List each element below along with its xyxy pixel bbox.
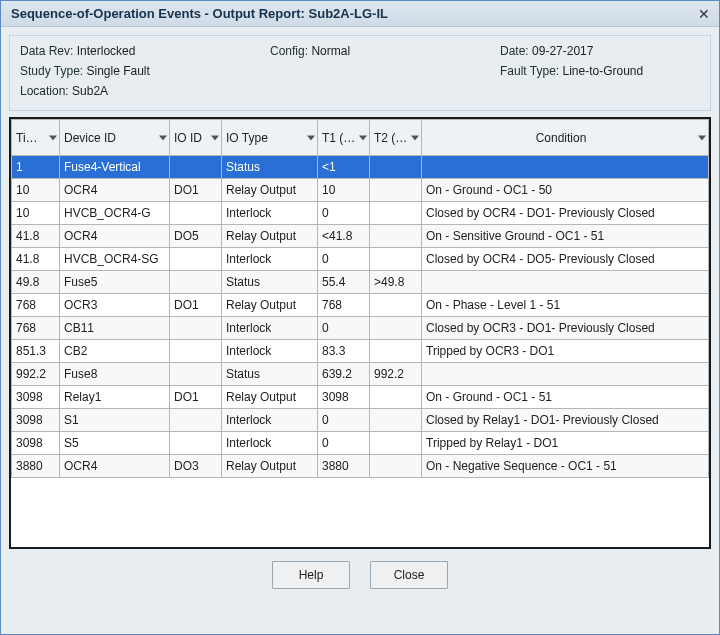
cell-io-id <box>170 340 222 363</box>
column-header-t1[interactable]: T1 (ms) <box>318 120 370 156</box>
cell-t1: <1 <box>318 156 370 179</box>
cell-t2 <box>370 248 422 271</box>
cell-t2: 992.2 <box>370 363 422 386</box>
table-row[interactable]: 10OCR4DO1Relay Output10On - Ground - OC1… <box>12 179 709 202</box>
table-row[interactable]: 851.3CB2Interlock83.3Tripped by OCR3 - D… <box>12 340 709 363</box>
data-rev-value: Interlocked <box>77 44 136 58</box>
table-row[interactable]: 3098S5Interlock0Tripped by Relay1 - DO1 <box>12 432 709 455</box>
cell-t1: 3098 <box>318 386 370 409</box>
table-row[interactable]: 10HVCB_OCR4-GInterlock0Closed by OCR4 - … <box>12 202 709 225</box>
info-row: Data Rev: Interlocked Config: Normal Dat… <box>20 44 700 58</box>
column-header-time[interactable]: Time (ms) <box>12 120 60 156</box>
cell-condition: Tripped by OCR3 - DO1 <box>422 340 709 363</box>
cell-t2 <box>370 225 422 248</box>
table-row[interactable]: 768CB11Interlock0Closed by OCR3 - DO1- P… <box>12 317 709 340</box>
table-row[interactable]: 41.8HVCB_OCR4-SGInterlock0Closed by OCR4… <box>12 248 709 271</box>
cell-condition: On - Sensitive Ground - OC1 - 51 <box>422 225 709 248</box>
cell-t1: 639.2 <box>318 363 370 386</box>
cell-condition <box>422 271 709 294</box>
table-row[interactable]: 49.8Fuse5Status55.4>49.8 <box>12 271 709 294</box>
cell-t2 <box>370 432 422 455</box>
cell-time: 992.2 <box>12 363 60 386</box>
cell-t2 <box>370 317 422 340</box>
table-row[interactable]: 3098S1Interlock0Closed by Relay1 - DO1- … <box>12 409 709 432</box>
help-button[interactable]: Help <box>272 561 350 589</box>
dialog-button-row: Help Close <box>1 549 719 589</box>
cell-t1: 83.3 <box>318 340 370 363</box>
cell-io-id <box>170 363 222 386</box>
config-value: Normal <box>311 44 350 58</box>
cell-t1: 3880 <box>318 455 370 478</box>
cell-time: 41.8 <box>12 225 60 248</box>
cell-t2 <box>370 340 422 363</box>
cell-time: 851.3 <box>12 340 60 363</box>
cell-io-id <box>170 432 222 455</box>
table-row[interactable]: 41.8OCR4DO5Relay Output<41.8On - Sensiti… <box>12 225 709 248</box>
column-header-io-type[interactable]: IO Type <box>222 120 318 156</box>
date-field: Date: 09-27-2017 <box>500 44 700 58</box>
cell-io-type: Interlock <box>222 409 318 432</box>
events-table: Time (ms) Device ID IO ID IO Type T1 (ms… <box>11 119 709 478</box>
sort-arrow-icon <box>307 135 315 140</box>
cell-time: 10 <box>12 202 60 225</box>
cell-io-id: DO1 <box>170 179 222 202</box>
cell-io-type: Relay Output <box>222 225 318 248</box>
cell-io-id: DO1 <box>170 386 222 409</box>
titlebar: Sequence-of-Operation Events - Output Re… <box>1 1 719 27</box>
table-row[interactable]: 3098Relay1DO1Relay Output3098On - Ground… <box>12 386 709 409</box>
cell-device: S5 <box>60 432 170 455</box>
sort-arrow-icon <box>411 135 419 140</box>
cell-condition: On - Phase - Level 1 - 51 <box>422 294 709 317</box>
data-rev-label: Data Rev: <box>20 44 73 58</box>
config-label: Config: <box>270 44 308 58</box>
cell-t1: 55.4 <box>318 271 370 294</box>
table-row[interactable]: 3880OCR4DO3Relay Output3880On - Negative… <box>12 455 709 478</box>
cell-time: 3098 <box>12 386 60 409</box>
table-row[interactable]: 1Fuse4-VerticalStatus<1 <box>12 156 709 179</box>
column-header-device[interactable]: Device ID <box>60 120 170 156</box>
cell-io-type: Interlock <box>222 248 318 271</box>
sort-arrow-icon <box>211 135 219 140</box>
cell-t2 <box>370 409 422 432</box>
column-header-condition[interactable]: Condition <box>422 120 709 156</box>
cell-t1: 0 <box>318 409 370 432</box>
location-label: Location: <box>20 84 69 98</box>
fault-type-field: Fault Type: Line-to-Ground <box>500 64 700 78</box>
date-label: Date: <box>500 44 529 58</box>
cell-t1: 10 <box>318 179 370 202</box>
cell-io-type: Relay Output <box>222 294 318 317</box>
fault-type-value: Line-to-Ground <box>563 64 644 78</box>
cell-io-id <box>170 248 222 271</box>
cell-time: 49.8 <box>12 271 60 294</box>
column-header-t2[interactable]: T2 (ms) <box>370 120 422 156</box>
cell-device: Relay1 <box>60 386 170 409</box>
cell-t2 <box>370 386 422 409</box>
cell-io-type: Status <box>222 156 318 179</box>
study-type-label: Study Type: <box>20 64 83 78</box>
cell-time: 3098 <box>12 432 60 455</box>
cell-device: Fuse5 <box>60 271 170 294</box>
cell-device: OCR4 <box>60 455 170 478</box>
cell-device: Fuse8 <box>60 363 170 386</box>
table-row[interactable]: 992.2Fuse8Status639.2992.2 <box>12 363 709 386</box>
sort-arrow-icon <box>359 135 367 140</box>
close-button[interactable]: Close <box>370 561 448 589</box>
cell-time: 768 <box>12 294 60 317</box>
cell-io-id: DO5 <box>170 225 222 248</box>
info-row: Location: Sub2A <box>20 84 700 98</box>
cell-time: 10 <box>12 179 60 202</box>
close-icon[interactable]: ✕ <box>695 5 713 23</box>
cell-io-id <box>170 409 222 432</box>
column-header-io-id[interactable]: IO ID <box>170 120 222 156</box>
cell-io-id <box>170 271 222 294</box>
cell-t1: 0 <box>318 317 370 340</box>
study-type-field: Study Type: Single Fault <box>20 64 270 78</box>
table-row[interactable]: 768OCR3DO1Relay Output768On - Phase - Le… <box>12 294 709 317</box>
cell-time: 41.8 <box>12 248 60 271</box>
cell-condition <box>422 363 709 386</box>
cell-io-id <box>170 202 222 225</box>
cell-condition: On - Ground - OC1 - 51 <box>422 386 709 409</box>
sort-arrow-icon <box>159 135 167 140</box>
cell-device: OCR4 <box>60 179 170 202</box>
cell-device: CB11 <box>60 317 170 340</box>
